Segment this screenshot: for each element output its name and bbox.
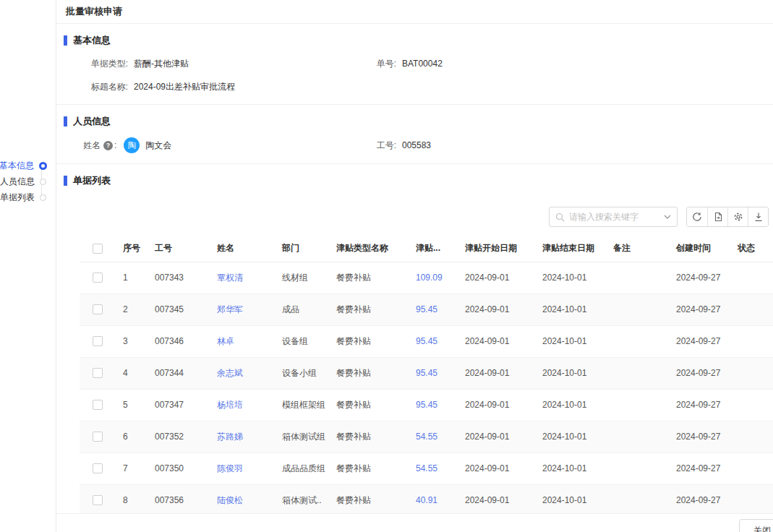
cell-emp-id: 007356 <box>146 484 208 516</box>
help-icon[interactable]: ? <box>103 141 113 150</box>
table-row[interactable]: 7 007350 陈俊羽 成品品质组 餐费补贴 54.55 2024-09-01… <box>80 452 773 484</box>
allowance-amount-link[interactable]: 95.45 <box>407 357 456 389</box>
cell-start-date: 2024-09-01 <box>456 325 534 357</box>
employee-name-link[interactable]: 陆俊松 <box>208 484 273 516</box>
person-name: 陶文会 <box>145 140 171 152</box>
cell-emp-id: 007343 <box>146 262 208 293</box>
row-checkbox[interactable] <box>93 495 103 505</box>
allowance-amount-link[interactable]: 40.91 <box>407 484 456 516</box>
search-input[interactable] <box>569 212 659 222</box>
field-row: 姓名 ? : 陶 陶文会 工号: 005583 <box>64 137 773 153</box>
cell-seq: 8 <box>114 484 146 516</box>
close-button[interactable]: 关闭 <box>739 519 773 532</box>
cell-status <box>729 262 773 293</box>
table-row[interactable]: 3 007346 林卓 设备组 餐费补贴 95.45 2024-09-01 20… <box>80 325 773 357</box>
table-row[interactable]: 8 007356 陆俊松 箱体测试.. 餐费补贴 40.91 2024-09-0… <box>80 484 773 516</box>
field-row: 单据类型: 薪酬-其他津贴 单号: BAT00042 <box>64 56 773 71</box>
export-button[interactable] <box>707 207 727 226</box>
table-toolbar <box>64 207 773 227</box>
sidebar-item-basic-info[interactable]: 基本信息 <box>0 158 56 173</box>
search-icon <box>555 213 565 222</box>
footer-bar: 关闭 <box>56 513 773 532</box>
col-header-emp-id: 工号 <box>146 236 208 262</box>
allowance-amount-link[interactable]: 54.55 <box>407 452 456 484</box>
table-row[interactable]: 4 007344 余志斌 设备小组 餐费补贴 95.45 2024-09-01 … <box>80 357 773 389</box>
row-checkbox[interactable] <box>93 368 103 378</box>
search-combobox[interactable] <box>549 207 678 227</box>
settings-button[interactable] <box>727 207 748 226</box>
select-all-checkbox[interactable] <box>93 244 103 254</box>
field-value: 005583 <box>402 140 431 150</box>
table-row[interactable]: 6 007352 苏路娣 箱体测试组 餐费补贴 54.55 2024-09-01… <box>80 421 773 452</box>
cell-created: 2024-09-27 <box>667 389 729 421</box>
refresh-button[interactable] <box>687 207 707 226</box>
cell-dept: 成品品质组 <box>273 452 328 484</box>
cell-dept: 箱体测试组 <box>273 421 328 452</box>
employee-name-link[interactable]: 杨培培 <box>208 389 273 421</box>
row-checkbox[interactable] <box>93 273 103 283</box>
chevron-down-icon[interactable] <box>664 215 671 220</box>
section-basic-info: 基本信息 单据类型: 薪酬-其他津贴 单号: BAT00042 标题名称: 20… <box>56 24 773 105</box>
table-row[interactable]: 5 007347 杨培培 模组框架组 餐费补贴 95.45 2024-09-01… <box>80 389 773 421</box>
employee-name-link[interactable]: 余志斌 <box>208 357 273 389</box>
cell-created: 2024-09-27 <box>667 421 729 452</box>
row-checkbox[interactable] <box>93 463 103 473</box>
row-checkbox[interactable] <box>93 304 103 314</box>
row-checkbox[interactable] <box>93 336 103 346</box>
section-title: 基本信息 <box>73 34 111 47</box>
download-button[interactable] <box>748 207 768 226</box>
col-header-seq: 序号 <box>114 236 146 262</box>
allowance-amount-link[interactable]: 95.45 <box>407 389 456 421</box>
sidebar-item-doc-list[interactable]: 单据列表 <box>0 189 56 205</box>
employee-name-link[interactable]: 覃权清 <box>208 262 273 293</box>
employee-name-link[interactable]: 林卓 <box>208 325 273 357</box>
step-dot-icon <box>39 162 47 170</box>
cell-dept: 箱体测试.. <box>273 484 328 516</box>
table-row[interactable]: 2 007345 郑华军 成品 餐费补贴 95.45 2024-09-01 20… <box>80 293 773 325</box>
col-header-dept: 部门 <box>273 236 328 262</box>
row-checkbox[interactable] <box>93 432 103 442</box>
allowance-amount-link[interactable]: 95.45 <box>407 293 456 325</box>
cell-end-date: 2024-10-01 <box>534 389 605 421</box>
refresh-icon <box>692 212 702 222</box>
section-doc-list: 单据列表 <box>56 164 773 527</box>
section-marker-bar <box>64 35 67 46</box>
allowance-amount-link[interactable]: 95.45 <box>407 325 456 357</box>
cell-emp-id: 007346 <box>146 325 208 357</box>
allowance-amount-link[interactable]: 109.09 <box>407 262 456 293</box>
cell-dept: 设备组 <box>273 325 328 357</box>
col-header-allowance-type: 津贴类型名称 <box>328 236 407 262</box>
field-emp-no: 工号: 005583 <box>370 140 431 152</box>
section-title: 单据列表 <box>73 174 111 187</box>
anchor-nav: 基本信息 人员信息 单据列表 <box>0 158 56 205</box>
nav-label: 基本信息 <box>0 160 34 172</box>
section-header: 基本信息 <box>64 33 773 48</box>
row-checkbox[interactable] <box>93 400 103 410</box>
main-content: 批量审核申请 基本信息 单据类型: 薪酬-其他津贴 单号: BAT00042 标… <box>56 0 773 532</box>
employee-name-link[interactable]: 郑华军 <box>208 293 273 325</box>
employee-name-link[interactable]: 陈俊羽 <box>208 452 273 484</box>
nav-label: 人员信息 <box>0 176 35 188</box>
field-value: 2024-09出差补贴审批流程 <box>134 81 235 93</box>
cell-start-date: 2024-09-01 <box>456 421 534 452</box>
field-colon: : <box>114 140 116 150</box>
table-row[interactable]: 1 007343 覃权清 线材组 餐费补贴 109.09 2024-09-01 … <box>80 262 773 293</box>
avatar: 陶 <box>124 137 140 153</box>
cell-seq: 5 <box>114 389 146 421</box>
employee-name-link[interactable]: 苏路娣 <box>208 421 273 452</box>
cell-emp-id: 007347 <box>146 389 208 421</box>
sidebar-item-person-info[interactable]: 人员信息 <box>0 173 56 189</box>
section-header: 单据列表 <box>64 173 773 188</box>
cell-remark <box>605 262 667 293</box>
cell-remark <box>605 357 667 389</box>
page-title: 批量审核申请 <box>56 0 773 24</box>
col-header-remark: 备注 <box>605 236 667 262</box>
cell-seq: 4 <box>114 357 146 389</box>
export-file-icon <box>713 212 723 222</box>
allowance-amount-link[interactable]: 54.55 <box>407 421 456 452</box>
field-label: 单号: <box>370 58 396 70</box>
field-value: BAT00042 <box>402 59 443 69</box>
cell-emp-id: 007350 <box>146 452 208 484</box>
cell-emp-id: 007345 <box>146 293 208 325</box>
cell-remark <box>605 389 667 421</box>
